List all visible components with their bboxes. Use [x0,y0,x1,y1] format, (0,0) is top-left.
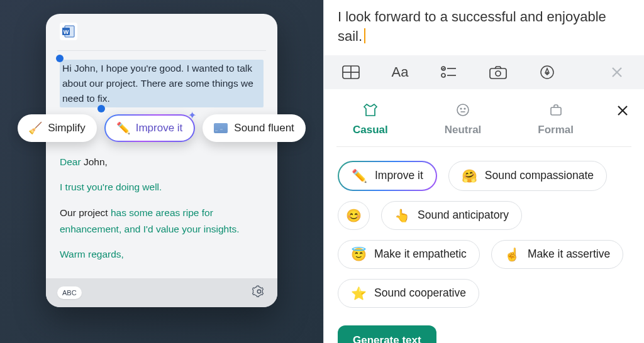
card-footer: ABC [46,278,277,307]
tshirt-icon [363,103,378,120]
selected-source-text[interactable]: Hi John, I hope you're good. I wanted to… [60,60,264,107]
svg-point-17 [457,104,469,116]
text-cursor-icon [364,28,365,43]
action-chip-row: Simplify ✦ Improve it Sound fluent [21,114,303,142]
sound-fluent-chip[interactable]: Sound fluent [203,114,305,142]
tab-formal[interactable]: Formal [538,103,574,136]
salutation-prefix: Dear [60,156,84,167]
svg-rect-21 [551,107,561,115]
halo-face-icon: 😇 [351,247,367,262]
pill-make-it-assertive[interactable]: ☝️ Make it assertive [491,240,623,269]
close-icon [616,104,629,117]
editor-card: W Hi John, I hope you're good. I wanted … [46,14,277,307]
pill-assertive-label: Make it assertive [528,248,610,261]
selection-handle-start-icon[interactable] [56,55,64,62]
svg-point-12 [496,71,501,76]
pill-empathetic-label: Make it empathetic [374,248,467,261]
doc-line-2: sail. [338,28,362,44]
svg-point-3 [257,290,261,293]
left-screenshot: W Hi John, I hope you're good. I wanted … [0,0,323,343]
tab-casual-label: Casual [353,124,388,136]
pill-compassionate-label: Sound compassionate [485,169,594,182]
gear-icon [252,285,266,298]
font-tool-button[interactable]: Aa [391,63,409,82]
table-icon [342,65,360,79]
neutral-face-icon [456,103,470,120]
document-text[interactable]: I look forward to a successful and enjoy… [324,0,644,46]
star-icon: ⭐ [351,286,367,301]
pill-sound-compassionate[interactable]: 🤗 Sound compassionate [448,161,607,191]
improve-label: Improve it [136,122,183,134]
briefcase-icon [549,103,563,120]
pill-cooperative-label: Sound cooperative [374,286,466,300]
pill-make-it-empathetic[interactable]: 😇 Make it empathetic [338,240,480,269]
svg-text:W: W [64,29,69,35]
salutation-name: John, [84,156,108,167]
tab-neutral-label: Neutral [445,124,482,136]
pill-improve-label: Improve it [375,169,423,182]
word-logo-icon: W [60,23,77,40]
toolbar-close-button[interactable] [608,63,626,82]
card-header: W [46,23,277,45]
sparkle-icon: ✦ [188,109,196,121]
tone-tabs: Casual Neutral Formal [324,89,644,136]
tab-casual[interactable]: Casual [353,103,388,136]
tone-panel-close-button[interactable] [616,103,629,121]
pill-sound-anticipatory[interactable]: 👆 Sound anticipatory [381,201,522,230]
checklist-icon [441,65,457,79]
formatting-toolbar: Aa [324,55,644,89]
svg-point-9 [441,74,445,77]
wave-icon [214,123,228,133]
settings-button[interactable] [252,285,266,301]
rewritten-output: Dear John, I trust you're doing well. Ou… [46,154,277,275]
tab-formal-label: Formal [538,124,574,136]
svg-point-19 [464,108,465,109]
camera-tool-button[interactable] [489,63,508,82]
simplify-label: Simplify [48,122,86,134]
rewrite-line-1: I trust you're doing well. [60,179,264,195]
table-tool-button[interactable] [341,63,360,82]
pencil-icon: ✏️ [352,168,367,183]
pen-nib-icon [540,65,555,80]
pointing-up-icon: 👆 [394,208,410,223]
rewrite-line-2-plain: Our project [60,207,111,218]
pill-overflow-right[interactable]: 😊 [338,201,370,230]
generate-text-button[interactable]: Generate text [338,325,436,343]
right-screenshot: I look forward to a successful and enjoy… [323,0,644,343]
abc-label: ABC [62,289,77,297]
selection-handle-end-icon[interactable] [97,105,105,112]
divider [57,50,266,51]
camera-icon [489,65,507,79]
fluent-label: Sound fluent [234,122,294,134]
index-pointing-up-icon: ☝️ [504,247,520,262]
pill-improve-it[interactable]: ✏️ Improve it [338,161,437,191]
suggestion-pill-area: ✏️ Improve it 🤗 Sound compassionate 😊 👆 … [324,147,644,308]
rewrite-signoff: Warm regards, [60,246,264,263]
hugging-face-icon: 🤗 [462,168,477,183]
svg-rect-11 [490,68,506,79]
improve-it-chip[interactable]: ✦ Improve it [104,114,196,142]
svg-point-18 [460,108,462,109]
doc-line-1: I look forward to a successful and enjoy… [338,9,606,24]
smiling-face-icon: 😊 [346,208,362,223]
generate-label: Generate text [353,334,421,343]
pill-anticipatory-label: Sound anticipatory [418,209,509,222]
tab-neutral[interactable]: Neutral [445,103,482,136]
salutation-line: Dear John, [60,154,264,170]
keyboard-toggle-button[interactable]: ABC [57,286,82,299]
source-text-content: Hi John, I hope you're good. I wanted to… [62,63,253,104]
list-tool-button[interactable] [440,63,458,82]
pen-tool-button[interactable] [538,63,557,82]
simplify-chip[interactable]: Simplify [18,114,97,142]
rewrite-line-2: Our project has some areas ripe for enha… [60,205,264,238]
close-icon [610,65,624,79]
pencil-wand-icon [117,122,130,134]
font-icon-label: Aa [392,64,409,80]
broom-icon [29,122,42,134]
svg-point-14 [547,72,548,74]
pill-sound-cooperative[interactable]: ⭐ Sound cooperative [338,279,479,308]
